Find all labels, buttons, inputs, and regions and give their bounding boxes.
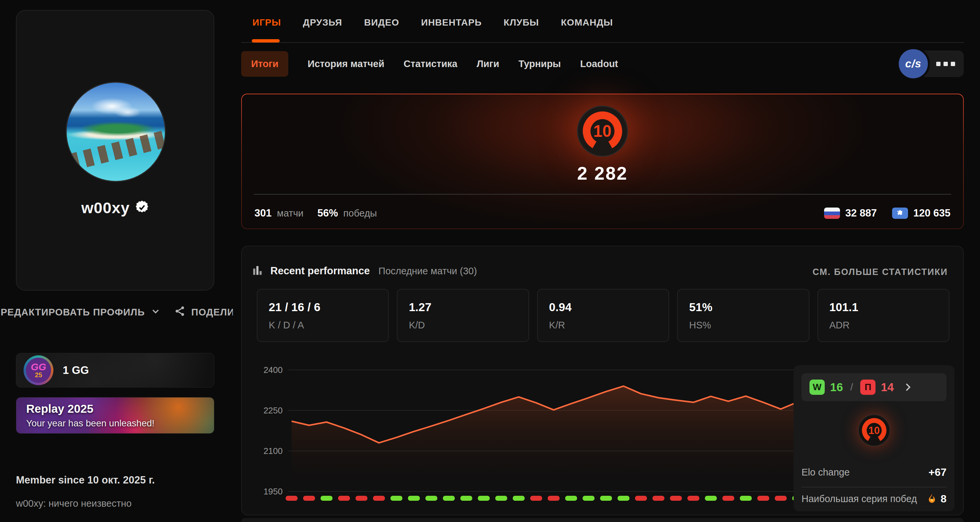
subtab-loadout[interactable]: Loadout	[580, 58, 618, 69]
elo-panel: 10 2 282 301 матчи 56% победы 32 887	[242, 94, 963, 228]
svg-text:2100: 2100	[263, 446, 283, 456]
active-tab-underline	[252, 39, 280, 43]
chevron-right-icon	[904, 382, 912, 392]
subtab-summary[interactable]: Итоги	[241, 51, 288, 77]
share-label: ПОДЕЛИТЬСЯ	[191, 307, 233, 318]
kd-label: K/D	[409, 320, 517, 331]
stat-card-kd: 1.27 K/D	[397, 289, 529, 342]
profile-actions-row: РЕДАКТИРОВАТЬ ПРОФИЛЬ ПОДЕЛИТЬСЯ	[1, 303, 233, 321]
avatar	[66, 82, 166, 182]
matches-label: матчи	[277, 208, 304, 219]
subtab-statistics[interactable]: Статистика	[404, 58, 458, 69]
elo-history-chart: 2400225021001950	[257, 356, 808, 509]
fire-icon	[927, 493, 937, 505]
elo-change-label: Elo change	[802, 467, 850, 478]
stat-card-hs: 51% HS%	[677, 289, 809, 342]
elo-value: 2 282	[242, 163, 963, 184]
loss-badge: П	[860, 380, 875, 395]
profile-card: w00xy	[16, 10, 214, 291]
elo-change-value: +67	[929, 466, 947, 479]
gg-badge-text: GG	[31, 362, 46, 372]
country-rank: 32 887	[845, 207, 877, 219]
kr-label: K/R	[549, 320, 657, 331]
svg-text:10: 10	[868, 425, 880, 436]
skill-level-10-mini-icon: 10	[858, 414, 890, 446]
stat-card-kr: 0.94 K/R	[537, 289, 669, 342]
replay-title: Replay 2025	[26, 402, 93, 415]
kd-value: 1.27	[409, 300, 517, 314]
main-content: ИГРЫ ДРУЗЬЯ ВИДЕО ИНВЕНТАРЬ КЛУБЫ КОМАНД…	[241, 0, 964, 522]
tab-friends[interactable]: ДРУЗЬЯ	[303, 17, 342, 28]
adr-value: 101.1	[829, 300, 937, 314]
winrate-value: 56%	[318, 207, 338, 219]
top-tabs: ИГРЫ ДРУЗЬЯ ВИДЕО ИНВЕНТАРЬ КЛУБЫ КОМАНД…	[253, 17, 613, 28]
share-icon	[174, 305, 185, 319]
win-loss-summary[interactable]: W 16 / П 14	[802, 373, 947, 401]
win-streak-row: Наибольшая серия побед 8	[802, 493, 947, 505]
share-button[interactable]: ПОДЕЛИТЬСЯ	[174, 305, 233, 319]
replay-subtitle: Your year has been unleashed!	[26, 418, 154, 429]
europe-region-icon	[892, 208, 908, 219]
tab-games[interactable]: ИГРЫ	[253, 17, 281, 28]
matches-count: 301	[255, 207, 272, 219]
faceit-profile-page: w00xy РЕДАКТИРОВАТЬ ПРОФИЛЬ ПОДЕЛИТЬСЯ G…	[0, 0, 980, 522]
rankings: 32 887 120 635	[824, 207, 950, 219]
elo-divider	[254, 194, 951, 195]
stat-card-adr: 101.1 ADR	[818, 289, 950, 342]
gg-badge-year: 25	[35, 372, 42, 378]
kda-label: K / D / A	[269, 320, 377, 331]
replay-2025-banner[interactable]: Replay 2025 Your year has been unleashed…	[16, 397, 214, 434]
performance-subtitle: Последние матчи (30)	[379, 266, 477, 276]
svg-text:2400: 2400	[263, 365, 283, 375]
stat-card-kda: 21 / 16 / 6 K / D / A	[257, 289, 389, 342]
svg-text:1950: 1950	[263, 487, 283, 496]
recent-performance-card: Recent performance Последние матчи (30) …	[241, 246, 964, 516]
match-summary-panel: W 16 / П 14 10 Elo	[794, 365, 955, 511]
kda-value: 21 / 16 / 6	[269, 300, 377, 314]
profile-bio: w00xy: ничего неизвестно	[16, 498, 132, 509]
matches-winrate: 301 матчи 56% победы	[255, 207, 377, 219]
bar-chart-icon	[253, 265, 263, 277]
next-section-edge	[241, 518, 964, 522]
separator: /	[850, 382, 853, 393]
subtab-match-history[interactable]: История матчей	[307, 58, 384, 69]
see-more-stats-link[interactable]: СМ. БОЛЬШЕ СТАТИСТИКИ	[813, 267, 948, 277]
win-badge: W	[810, 380, 825, 395]
sub-tabs: Итоги История матчей Статистика Лиги Тур…	[241, 50, 618, 78]
elo-bottom-row: 301 матчи 56% победы 32 887 120 635	[255, 203, 950, 224]
member-since: Member since 10 окт. 2025 г.	[16, 474, 155, 486]
gg-banner[interactable]: GG 25 1 GG	[16, 353, 214, 388]
tab-teams[interactable]: КОМАНДЫ	[561, 17, 613, 28]
kr-value: 0.94	[549, 300, 657, 314]
username: w00xy	[81, 199, 130, 217]
cs2-game-icon[interactable]: c/s	[899, 49, 928, 78]
skill-level-10-icon: 10	[577, 105, 628, 157]
tab-video[interactable]: ВИДЕО	[364, 17, 399, 28]
elo-change-row: Elo change +67	[802, 466, 947, 479]
hs-label: HS%	[689, 320, 797, 331]
wins-count: 16	[830, 380, 843, 394]
win-streak-label: Наибольшая серия побед	[802, 493, 917, 504]
region-rank: 120 635	[913, 207, 950, 219]
verified-badge-icon	[135, 200, 149, 216]
svg-text:2250: 2250	[263, 405, 283, 415]
winrate-label: победы	[344, 208, 377, 219]
edit-profile-button[interactable]: РЕДАКТИРОВАТЬ ПРОФИЛЬ	[1, 306, 160, 318]
subtab-tournaments[interactable]: Турниры	[519, 58, 561, 69]
ellipsis-icon	[936, 62, 940, 66]
russia-flag-icon	[824, 208, 840, 219]
stat-cards-row: 21 / 16 / 6 K / D / A 1.27 K/D 0.94 K/R …	[257, 289, 950, 342]
tab-clubs[interactable]: КЛУБЫ	[504, 17, 539, 28]
losses-count: 14	[881, 380, 894, 394]
profile-name-row: w00xy	[17, 199, 214, 217]
adr-label: ADR	[829, 320, 937, 331]
subtab-leagues[interactable]: Лиги	[477, 58, 499, 69]
performance-header: Recent performance Последние матчи (30)	[253, 265, 477, 277]
panel-divider	[802, 487, 947, 487]
gg25-badge-icon: GG 25	[24, 355, 53, 385]
chevron-down-icon	[151, 306, 160, 318]
edit-profile-label: РЕДАКТИРОВАТЬ ПРОФИЛЬ	[1, 307, 145, 318]
tab-inventory[interactable]: ИНВЕНТАРЬ	[421, 17, 482, 28]
performance-title: Recent performance	[270, 265, 370, 277]
elo-panel-border: 10 2 282 301 матчи 56% победы 32 887	[241, 94, 964, 229]
